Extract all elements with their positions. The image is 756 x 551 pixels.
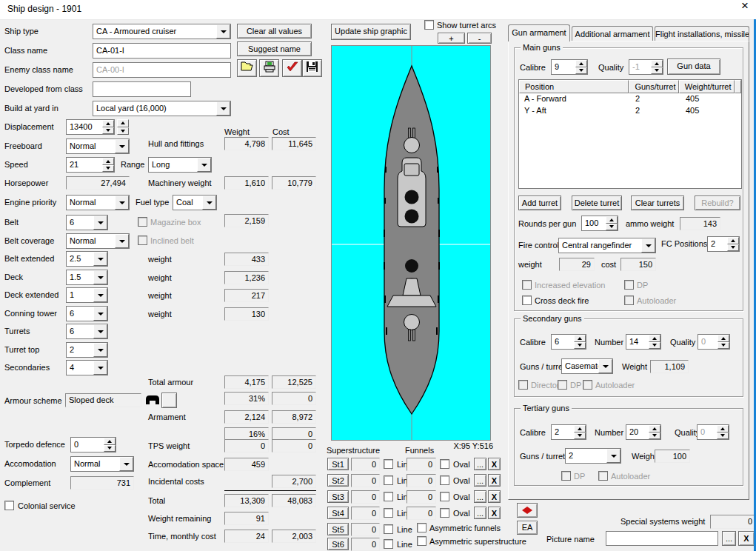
speed-spinner[interactable]: 21 xyxy=(66,157,115,173)
asymmetric-superstructure-checkbox[interactable] xyxy=(417,536,426,546)
belt-extended-dropdown[interactable]: 2.5 xyxy=(66,251,108,267)
secondary-guns-per-turret-dropdown[interactable]: Casemate: xyxy=(561,358,613,374)
show-turret-arcs-checkbox[interactable] xyxy=(424,20,434,30)
superstructure-st3-button[interactable]: St3 xyxy=(327,490,349,503)
fc-positions-spinner[interactable]: 2 xyxy=(707,236,740,252)
chevron-down-icon[interactable] xyxy=(119,457,133,471)
tab-gun-armament[interactable]: Gun armament xyxy=(508,24,570,41)
column-header-weight-per-turret[interactable]: Weight/turret xyxy=(679,80,735,93)
tertiary-guns-per-turret-dropdown[interactable]: 2 xyxy=(565,448,621,464)
spinner-arrows-icon[interactable] xyxy=(649,335,660,349)
superstructure-st1-line-checkbox[interactable] xyxy=(384,459,393,469)
clear-turrets-button[interactable]: Clear turrets xyxy=(631,196,684,210)
displacement-fine-spinner[interactable] xyxy=(117,119,129,135)
tab-flight-installations[interactable]: Flight installations, missiles xyxy=(655,26,749,41)
spinner-arrows-icon[interactable] xyxy=(606,216,618,230)
chevron-down-icon[interactable] xyxy=(115,196,129,210)
chevron-down-icon[interactable] xyxy=(197,158,211,172)
clear-all-values-button[interactable]: Clear all values xyxy=(237,24,312,39)
suggest-name-button[interactable]: Suggest name xyxy=(237,41,312,56)
range-dropdown[interactable]: Long xyxy=(148,157,212,173)
funnel-2-oval-checkbox[interactable] xyxy=(440,475,449,485)
spinner-arrows-icon[interactable] xyxy=(102,158,114,172)
armour-scheme-picker-button[interactable] xyxy=(161,393,177,408)
chevron-down-icon[interactable] xyxy=(202,196,216,210)
build-yard-dropdown[interactable]: Local yard (16,000) xyxy=(93,101,231,116)
turret-top-dropdown[interactable]: 2 xyxy=(66,342,108,358)
add-turret-button[interactable]: Add turret xyxy=(518,196,561,210)
column-header-guns-per-turret[interactable]: Guns/turret xyxy=(629,80,678,93)
chevron-down-icon[interactable] xyxy=(216,101,230,116)
rounds-per-gun-spinner[interactable]: 100 xyxy=(581,216,618,231)
ship-type-dropdown[interactable]: CA - Armoured cruiser xyxy=(93,24,231,39)
spinner-arrows-icon[interactable] xyxy=(717,335,729,349)
funnel-4-browse-button[interactable]: ... xyxy=(474,507,486,519)
superstructure-st4-button[interactable]: St4 xyxy=(327,507,349,519)
turrets-dropdown[interactable]: 6 xyxy=(66,324,108,339)
main-guns-table[interactable]: Position Guns/turret Weight/turret A - F… xyxy=(518,79,742,189)
fuel-type-dropdown[interactable]: Coal xyxy=(173,195,217,210)
fire-control-dropdown[interactable]: Central rangefinder xyxy=(558,238,656,253)
picture-browse-button[interactable]: ... xyxy=(722,531,736,546)
torpedo-defence-spinner[interactable]: 0 xyxy=(70,437,116,453)
funnel-1-delete-button[interactable]: X xyxy=(488,458,501,470)
spinner-arrows-icon[interactable] xyxy=(104,438,116,452)
funnel-2-browse-button[interactable]: ... xyxy=(474,474,486,487)
chevron-down-icon[interactable] xyxy=(115,234,129,248)
tertiary-quality-spinner[interactable]: 0 xyxy=(697,424,729,440)
spinner-arrows-icon[interactable] xyxy=(574,425,586,439)
asymmetric-funnels-checkbox[interactable] xyxy=(417,523,426,532)
close-icon[interactable]: × xyxy=(741,1,749,10)
verify-design-button[interactable] xyxy=(282,59,302,77)
chevron-down-icon[interactable] xyxy=(93,252,107,266)
gun-data-button[interactable]: Gun data xyxy=(667,59,720,75)
chevron-down-icon[interactable] xyxy=(93,288,107,302)
superstructure-st2-button[interactable]: St2 xyxy=(327,474,349,487)
tertiary-number-spinner[interactable]: 20 xyxy=(626,424,661,440)
chevron-down-icon[interactable] xyxy=(641,238,655,253)
funnel-2-delete-button[interactable]: X xyxy=(488,474,501,487)
conning-tower-dropdown[interactable]: 6 xyxy=(66,306,108,321)
freeboard-dropdown[interactable]: Normal xyxy=(66,138,130,154)
cross-deck-fire-checkbox[interactable] xyxy=(522,295,532,305)
funnel-4-delete-button[interactable]: X xyxy=(488,507,501,519)
superstructure-st5-line-checkbox[interactable] xyxy=(384,524,393,534)
secondary-number-spinner[interactable]: 14 xyxy=(626,334,661,350)
chevron-down-icon[interactable] xyxy=(93,361,107,375)
column-header-position[interactable]: Position xyxy=(519,80,629,93)
superstructure-st1-button[interactable]: St1 xyxy=(327,458,349,470)
accomodation-dropdown[interactable]: Normal xyxy=(70,456,134,472)
chevron-down-icon[interactable] xyxy=(606,449,620,463)
funnel-3-delete-button[interactable]: X xyxy=(488,490,501,503)
save-button[interactable] xyxy=(302,59,322,77)
spinner-arrows-icon[interactable] xyxy=(574,335,586,349)
secondary-calibre-spinner[interactable]: 6 xyxy=(551,334,586,350)
chevron-down-icon[interactable] xyxy=(598,359,612,373)
zoom-out-button[interactable]: - xyxy=(467,33,492,44)
chevron-down-icon[interactable] xyxy=(93,324,107,338)
chevron-down-icon[interactable] xyxy=(93,216,107,230)
secondary-quality-spinner[interactable]: 0 xyxy=(698,334,730,350)
deck-extended-dropdown[interactable]: 1 xyxy=(66,287,108,303)
spinner-arrows-icon[interactable] xyxy=(651,60,663,74)
displacement-spinner[interactable]: 13400 xyxy=(66,119,115,135)
class-name-input[interactable]: CA-01-I xyxy=(93,43,231,59)
chevron-down-icon[interactable] xyxy=(93,270,107,284)
superstructure-st2-line-checkbox[interactable] xyxy=(384,475,393,485)
funnel-4-oval-checkbox[interactable] xyxy=(440,508,449,518)
picture-name-input[interactable] xyxy=(606,531,718,546)
delete-turret-button[interactable]: Delete turret xyxy=(572,196,622,210)
belt-coverage-dropdown[interactable]: Normal xyxy=(66,233,130,249)
table-row[interactable]: Y - Aft 2 405 xyxy=(519,105,741,117)
zoom-in-button[interactable]: + xyxy=(438,33,465,44)
chevron-down-icon[interactable] xyxy=(93,307,107,321)
spinner-arrows-icon[interactable] xyxy=(575,60,587,74)
colonial-service-checkbox[interactable] xyxy=(4,501,14,510)
developed-from-input[interactable] xyxy=(93,81,191,97)
superstructure-st6-line-checkbox[interactable] xyxy=(384,539,393,549)
swap-view-button[interactable] xyxy=(517,503,538,518)
open-file-button[interactable] xyxy=(237,59,257,77)
engine-priority-dropdown[interactable]: Normal xyxy=(66,195,130,210)
main-calibre-spinner[interactable]: 9 xyxy=(551,59,588,75)
belt-dropdown[interactable]: 6 xyxy=(66,215,108,230)
